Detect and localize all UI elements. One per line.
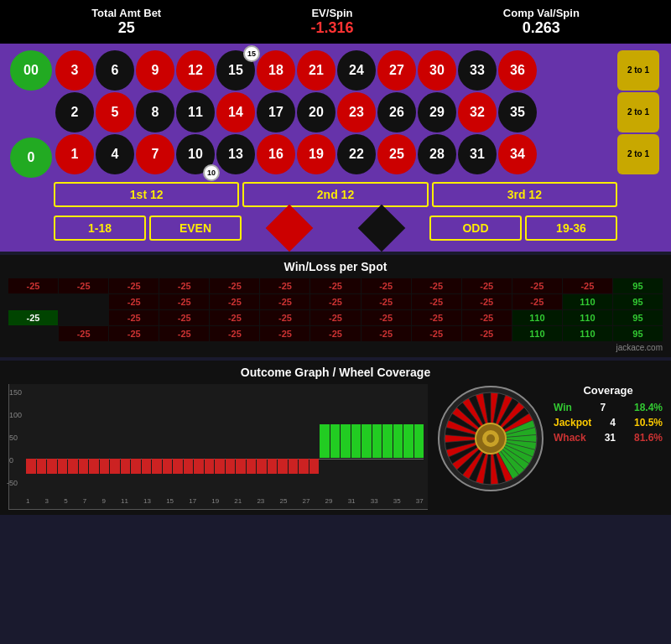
wl-2-2: -25 [109, 294, 159, 309]
x-labels: 1 3 5 7 9 11 13 15 17 19 21 23 25 27 29 … [26, 497, 424, 505]
num-35[interactable]: 35 [498, 92, 537, 132]
winloss-grid: -25 -25 -25 -25 -25 -25 -25 -25 -25 -25 … [8, 278, 663, 341]
bar-10 [131, 392, 141, 488]
bar-22 [257, 392, 267, 488]
wl-1-8: -25 [362, 278, 411, 293]
bet-even[interactable]: EVEN [149, 216, 242, 241]
wl-1-2: -25 [59, 278, 108, 293]
num-5[interactable]: 5 [96, 92, 134, 132]
num-30[interactable]: 30 [418, 50, 456, 91]
win-row: Win 7 18.4% [554, 402, 663, 413]
bet-19-36[interactable]: 19-36 [525, 216, 617, 241]
x-17: 17 [189, 497, 196, 505]
num-27[interactable]: 27 [377, 50, 416, 91]
bar-11 [142, 392, 152, 488]
bar-15 [184, 392, 194, 488]
x-3: 3 [45, 497, 49, 505]
num-36[interactable]: 36 [498, 50, 537, 91]
num-14[interactable]: 14 [216, 92, 255, 132]
win-pct: 18.4% [634, 402, 663, 413]
jackpot-pct: 10.5% [634, 417, 663, 428]
num-32[interactable]: 32 [458, 92, 497, 132]
num-20[interactable]: 20 [297, 92, 336, 132]
wl-3-11: 110 [563, 310, 612, 325]
numbers-grid: 3 6 9 12 15 15 18 21 24 27 30 33 36 [55, 50, 616, 178]
num-21[interactable]: 21 [297, 50, 336, 91]
roulette-table-section: 00 0 3 6 9 12 15 15 18 21 2 [0, 44, 671, 252]
col-bet-bot[interactable]: 2 to 1 [617, 134, 659, 174]
num-28[interactable]: 28 [418, 134, 456, 174]
y-label-50: 50 [9, 434, 18, 442]
num-33[interactable]: 33 [458, 50, 497, 91]
double-zero-cell[interactable]: 00 [10, 50, 52, 91]
num-22[interactable]: 22 [337, 134, 376, 174]
wl-row-2: -25 -25 -25 -25 -25 -25 -25 -25 -25 110 … [8, 294, 663, 309]
bar-36 [403, 392, 414, 488]
num-19[interactable]: 19 [297, 134, 336, 174]
num-2[interactable]: 2 [55, 92, 94, 132]
wl-3-2: -25 [109, 310, 159, 325]
third-dozen[interactable]: 3rd 12 [432, 182, 617, 207]
wl-4-4: -25 [210, 326, 259, 341]
bet-1-18[interactable]: 1-18 [54, 216, 146, 241]
num-3[interactable]: 3 [55, 50, 94, 91]
wl-4-9: -25 [462, 326, 512, 341]
x-11: 11 [121, 497, 128, 505]
num-11[interactable]: 11 [176, 92, 215, 132]
num-25[interactable]: 25 [377, 134, 416, 174]
second-dozen[interactable]: 2nd 12 [242, 182, 428, 207]
bar-19 [226, 392, 236, 488]
num-17[interactable]: 17 [257, 92, 295, 132]
whack-row: Whack 31 81.6% [554, 432, 663, 444]
diamond-red[interactable] [266, 205, 314, 252]
wl-1-5: -25 [210, 278, 259, 293]
wl-3-3: -25 [159, 310, 209, 325]
num-29[interactable]: 29 [418, 92, 456, 132]
num-15[interactable]: 15 15 [216, 50, 255, 91]
bar-21 [247, 392, 257, 488]
wl-4-11: 110 [563, 326, 612, 341]
num-34[interactable]: 34 [498, 134, 537, 174]
diamond-black[interactable] [358, 205, 406, 252]
bar-26 [299, 392, 309, 488]
wl-1-4: -25 [159, 278, 209, 293]
bar-4 [68, 392, 78, 488]
num-31[interactable]: 31 [458, 134, 497, 174]
col-bet-mid[interactable]: 2 to 1 [617, 92, 659, 132]
num-6[interactable]: 6 [96, 50, 134, 91]
num-10[interactable]: 10 10 [176, 134, 215, 174]
num-16[interactable]: 16 [257, 134, 295, 174]
wl-1-12: -25 [563, 278, 612, 293]
bar-18 [215, 392, 225, 488]
num-12[interactable]: 12 [176, 50, 215, 91]
whack-count: 31 [605, 432, 616, 444]
num-8[interactable]: 8 [136, 92, 174, 132]
zero-cell[interactable]: 0 [10, 138, 52, 178]
num-13[interactable]: 13 [216, 134, 255, 174]
num-7[interactable]: 7 [136, 134, 174, 174]
first-dozen[interactable]: 1st 12 [54, 182, 239, 207]
num-4[interactable]: 4 [96, 134, 134, 174]
coverage-table: Coverage Win 7 18.4% Jackpot 4 10.5% Wha… [554, 384, 663, 447]
bar-29 [330, 392, 341, 488]
wl-4-2: -25 [109, 326, 159, 341]
comp-val-label: Comp Val/Spin [503, 7, 580, 19]
num-1[interactable]: 1 [55, 134, 94, 174]
wl-3-5: -25 [260, 310, 309, 325]
wl-4-0 [8, 326, 58, 341]
wl-2-12: 95 [613, 294, 663, 309]
wl-3-12: 95 [613, 310, 663, 325]
x-27: 27 [303, 497, 310, 505]
num-26[interactable]: 26 [377, 92, 416, 132]
num-24[interactable]: 24 [337, 50, 376, 91]
num-18[interactable]: 18 [257, 50, 295, 91]
ev-spin-block: EV/Spin -1.316 [310, 7, 353, 37]
bet-odd[interactable]: ODD [429, 216, 522, 241]
num-9[interactable]: 9 [136, 50, 174, 91]
comp-val-block: Comp Val/Spin 0.263 [503, 7, 580, 37]
num-23[interactable]: 23 [337, 92, 376, 132]
bar-13 [163, 392, 173, 488]
y-label-neg50: -50 [7, 479, 18, 487]
col-bet-top[interactable]: 2 to 1 [617, 50, 659, 91]
outcome-content: 150 100 50 0 -50 1 3 5 7 9 11 13 15 17 1… [8, 384, 663, 510]
